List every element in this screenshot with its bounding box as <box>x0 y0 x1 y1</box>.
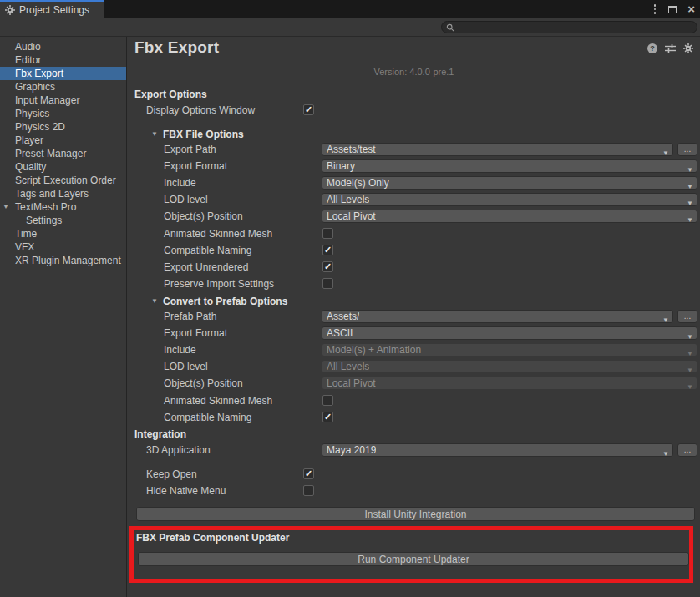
field-export-path: Export Path Assets/test ▼ ... <box>128 142 700 157</box>
field-export-unrendered: Export Unrendered ✓ <box>128 260 700 275</box>
title-bar: Project Settings × <box>0 0 700 18</box>
prefab-objects-position-dropdown: Local Pivot ▼ <box>322 377 697 390</box>
field-compatible-naming: Compatible Naming ✓ <box>128 243 700 258</box>
animated-skinned-mesh-checkbox[interactable]: ✓ <box>322 228 333 239</box>
field-prefab-animated-skinned-mesh: Animated Skinned Mesh ✓ <box>128 393 700 408</box>
prefab-lod-level-dropdown: All Levels ▼ <box>322 360 697 373</box>
gear-icon <box>5 5 15 15</box>
run-component-updater-button[interactable]: Run Component Updater <box>138 552 689 566</box>
unity-project-settings-window: Project Settings × Audio Editor Fbx Expo… <box>0 0 700 597</box>
sidebar-item-editor[interactable]: Editor <box>0 53 126 67</box>
keep-open-checkbox[interactable]: ✓ <box>303 468 314 479</box>
objects-position-dropdown[interactable]: Local Pivot ▼ <box>322 210 697 223</box>
check-icon: ✓ <box>305 105 312 114</box>
foldout-triangle-icon[interactable]: ▼ <box>151 127 158 142</box>
sidebar-item-vfx[interactable]: VFX <box>0 240 126 254</box>
fbx-export-panel: Fbx Export ? Version: 4.0.0-pre.1 <box>128 37 700 597</box>
page-title: Fbx Export <box>134 38 219 57</box>
prefab-export-format-dropdown[interactable]: ASCII ▼ <box>322 326 697 340</box>
kebab-menu-icon[interactable] <box>652 3 658 16</box>
field-include: Include Model(s) Only ▼ <box>128 175 700 190</box>
tab-project-settings[interactable]: Project Settings <box>0 0 104 18</box>
foldout-convert-to-prefab-options[interactable]: ▼ Convert to Prefab Options <box>128 294 700 309</box>
sidebar-item-script-execution-order[interactable]: Script Execution Order <box>0 174 126 187</box>
version-label: Version: 4.0.0-pre.1 <box>128 67 700 77</box>
sidebar-item-fbx-export[interactable]: Fbx Export <box>0 67 126 80</box>
section-header-integration: Integration <box>134 427 186 442</box>
3d-application-browse-button[interactable]: ... <box>677 443 697 457</box>
field-keep-open: Keep Open ✓ <box>128 467 700 482</box>
export-format-dropdown[interactable]: Binary ▼ <box>322 159 697 173</box>
sidebar-item-quality[interactable]: Quality <box>0 160 126 174</box>
sidebar-item-input-manager[interactable]: Input Manager <box>0 94 126 107</box>
sidebar-item-time[interactable]: Time <box>0 227 126 240</box>
settings-toolbar <box>0 18 700 37</box>
lod-level-dropdown[interactable]: All Levels ▼ <box>322 193 697 206</box>
export-unrendered-checkbox[interactable]: ✓ <box>322 261 333 272</box>
settings-sidebar: Audio Editor Fbx Export Graphics Input M… <box>0 37 127 597</box>
sidebar-item-xr-plugin-management[interactable]: XR Plugin Management <box>0 254 126 267</box>
hide-native-menu-checkbox[interactable]: ✓ <box>303 485 314 496</box>
sidebar-item-player[interactable]: Player <box>0 134 126 147</box>
prefab-path-dropdown[interactable]: Assets/ ▼ <box>322 310 673 323</box>
chevron-down-icon: ▼ <box>662 447 669 462</box>
search-box[interactable] <box>441 21 697 33</box>
search-icon <box>446 23 454 32</box>
search-input[interactable] <box>454 23 697 33</box>
sidebar-item-graphics[interactable]: Graphics <box>0 80 126 94</box>
field-prefab-include: Include Model(s) + Animation ▼ <box>128 342 700 357</box>
field-hide-native-menu: Hide Native Menu ✓ <box>128 483 700 498</box>
prefab-path-browse-button[interactable]: ... <box>677 310 697 323</box>
tab-label: Project Settings <box>19 4 89 16</box>
section-header-fbx-prefab-component-updater: FBX Prefab Component Updater <box>136 532 289 544</box>
field-animated-skinned-mesh: Animated Skinned Mesh ✓ <box>128 226 700 241</box>
foldout-triangle-icon[interactable]: ▼ <box>3 200 9 214</box>
field-display-options-window: Display Options Window ✓ <box>128 103 700 118</box>
include-dropdown[interactable]: Model(s) Only ▼ <box>322 176 697 190</box>
field-prefab-objects-position: Object(s) Position Local Pivot ▼ <box>128 376 700 391</box>
preserve-import-settings-checkbox[interactable]: ✓ <box>322 278 333 289</box>
3d-application-dropdown[interactable]: Maya 2019 ▼ <box>322 443 673 457</box>
gear-icon[interactable] <box>683 43 693 53</box>
presets-icon[interactable] <box>665 43 676 53</box>
prefab-include-dropdown: Model(s) + Animation ▼ <box>322 343 697 357</box>
field-preserve-import-settings: Preserve Import Settings ✓ <box>128 276 700 291</box>
sidebar-item-physics-2d[interactable]: Physics 2D <box>0 120 126 134</box>
field-prefab-export-format: Export Format ASCII ▼ <box>128 326 700 341</box>
sidebar-item-physics[interactable]: Physics <box>0 107 126 120</box>
prefab-compatible-naming-checkbox[interactable]: ✓ <box>322 412 333 422</box>
section-header-export-options: Export Options <box>134 87 207 102</box>
field-3d-application: 3D Application Maya 2019 ▼ ... <box>128 443 700 458</box>
sidebar-item-preset-manager[interactable]: Preset Manager <box>0 147 126 160</box>
install-unity-integration-button[interactable]: Install Unity Integration <box>136 507 695 521</box>
sidebar-item-tags-and-layers[interactable]: Tags and Layers <box>0 187 126 200</box>
help-icon[interactable]: ? <box>647 43 657 53</box>
maximize-icon[interactable] <box>668 6 677 13</box>
check-icon: ✓ <box>324 262 332 271</box>
foldout-triangle-icon[interactable]: ▼ <box>151 294 158 309</box>
sidebar-item-textmesh-pro-settings[interactable]: Settings <box>0 214 126 227</box>
compatible-naming-checkbox[interactable]: ✓ <box>322 245 333 255</box>
export-path-dropdown[interactable]: Assets/test ▼ <box>322 143 673 156</box>
field-export-format: Export Format Binary ▼ <box>128 159 700 174</box>
export-path-browse-button[interactable]: ... <box>677 143 697 156</box>
display-options-window-checkbox[interactable]: ✓ <box>303 104 314 115</box>
field-prefab-path: Prefab Path Assets/ ▼ ... <box>128 309 700 324</box>
check-icon: ✓ <box>305 469 312 478</box>
check-icon: ✓ <box>324 245 332 255</box>
foldout-fbx-file-options[interactable]: ▼ FBX File Options <box>128 127 700 142</box>
check-icon: ✓ <box>324 412 332 422</box>
sidebar-item-textmesh-pro[interactable]: ▼TextMesh Pro <box>0 200 126 214</box>
field-lod-level: LOD level All Levels ▼ <box>128 192 700 207</box>
sidebar-item-audio[interactable]: Audio <box>0 40 126 53</box>
prefab-animated-skinned-mesh-checkbox[interactable]: ✓ <box>322 395 333 406</box>
field-objects-position: Object(s) Position Local Pivot ▼ <box>128 209 700 224</box>
field-prefab-compatible-naming: Compatible Naming ✓ <box>128 410 700 425</box>
field-prefab-lod-level: LOD level All Levels ▼ <box>128 359 700 374</box>
close-icon[interactable]: × <box>687 5 695 13</box>
